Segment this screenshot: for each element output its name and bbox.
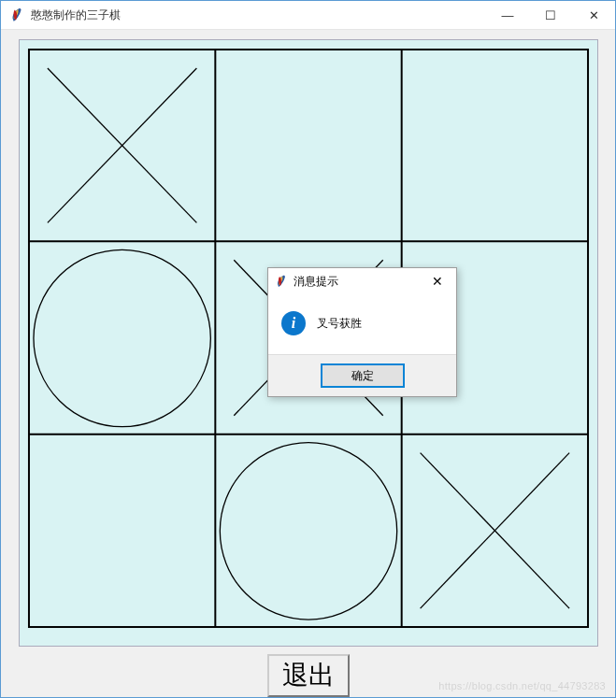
maximize-button[interactable]: ☐	[529, 1, 572, 29]
message-dialog: 消息提示 ✕ i 叉号获胜 确定	[267, 267, 457, 397]
cell-r2c2[interactable]	[403, 435, 590, 629]
dialog-titlebar[interactable]: 消息提示 ✕	[268, 268, 456, 294]
cell-r2c1[interactable]	[216, 435, 403, 629]
quit-button[interactable]: 退出	[267, 654, 350, 697]
info-icon: i	[281, 311, 306, 335]
tk-feather-icon	[8, 7, 25, 23]
dialog-message: 叉号获胜	[317, 316, 362, 332]
dialog-footer: 确定	[268, 354, 456, 396]
dialog-body: i 叉号获胜	[268, 294, 456, 354]
cell-r2c0[interactable]	[29, 435, 216, 629]
window-title: 憨憨制作的三子棋	[31, 7, 486, 23]
dialog-title: 消息提示	[294, 274, 423, 290]
dialog-ok-button[interactable]: 确定	[322, 364, 404, 387]
cell-r1c0[interactable]	[29, 242, 216, 435]
minimize-button[interactable]: —	[486, 1, 529, 29]
dialog-close-button[interactable]: ✕	[423, 268, 452, 294]
main-window: 憨憨制作的三子棋 — ☐ ✕	[0, 0, 616, 698]
cell-r0c2[interactable]	[403, 50, 590, 242]
bottom-bar: 退出	[267, 654, 350, 697]
watermark: https://blog.csdn.net/qq_44793283	[438, 680, 606, 691]
tk-feather-icon	[274, 274, 289, 289]
titlebar[interactable]: 憨憨制作的三子棋 — ☐ ✕	[1, 1, 615, 30]
cell-r0c1[interactable]	[216, 50, 403, 242]
close-button[interactable]: ✕	[572, 1, 615, 29]
window-control-buttons: — ☐ ✕	[486, 1, 615, 29]
cell-r0c0[interactable]	[29, 50, 216, 242]
